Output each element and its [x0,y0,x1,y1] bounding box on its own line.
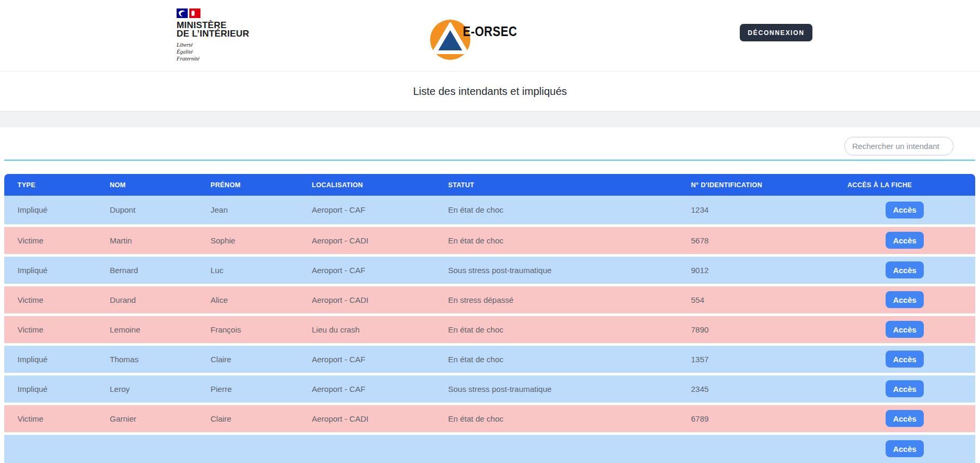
access-button[interactable]: Accès [886,321,924,338]
cell-id: 5678 [691,225,847,255]
cell-prenom: Claire [211,404,312,433]
cell-nom: Garnier [110,404,211,433]
column-header-access: ACCÈS À LA FICHE [847,174,975,196]
cell-prenom: Sophie [211,225,312,255]
access-button[interactable]: Accès [886,232,924,249]
table-row: Victime Durand Alice Aeroport - CADI En … [4,285,975,315]
access-button[interactable]: Accès [886,351,924,368]
cell-access: Accès [847,285,975,315]
column-header-type: TYPE [4,174,110,196]
cell-prenom: Luc [211,255,312,285]
cell-id: 6789 [691,404,847,433]
table-header: TYPE NOM PRÉNOM LOCALISATION STATUT N° D… [4,174,975,196]
cell-access: Accès [847,374,975,404]
table-row: Impliqué Dupont Jean Aeroport - CAF En é… [4,196,975,225]
cell-nom [110,433,211,463]
cell-type: Impliqué [4,374,110,404]
cell-type: Victime [4,315,110,344]
french-flag-icon [177,8,201,19]
cell-prenom: Jean [211,196,312,225]
cell-statut: En état de choc [448,344,691,374]
column-header-statut: STATUT [448,174,691,196]
cell-localisation: Aeroport - CAF [312,374,448,404]
cell-localisation: Aeroport - CADI [312,285,448,315]
ministry-name-line2: DE L’INTÉRIEUR [177,30,254,38]
column-header-id: N° D'IDENTIFICATION [691,174,847,196]
ministry-motto: Liberté Égalité Fraternité [177,41,254,62]
cell-localisation [312,433,448,463]
cell-id: 554 [691,285,847,315]
cell-statut: Sous stress post-traumatique [448,374,691,404]
cell-access: Accès [847,404,975,433]
cell-id: 1357 [691,344,847,374]
cell-access: Accès [847,196,975,225]
cell-nom: Martin [110,225,211,255]
cell-nom: Leroy [110,374,211,404]
ministry-name: MINISTÈRE DE L’INTÉRIEUR [177,21,254,38]
search-toolbar [0,127,980,160]
search-input[interactable] [844,137,953,155]
cell-id [691,433,847,463]
cell-prenom [211,433,312,463]
cell-localisation: Lieu du crash [312,315,448,344]
column-header-localisation: LOCALISATION [312,174,448,196]
ministry-brand-block: MINISTÈRE DE L’INTÉRIEUR Liberté Égalité… [177,8,254,62]
access-button[interactable]: Accès [886,440,924,457]
gray-divider-band [0,111,980,127]
cell-access: Accès [847,255,975,285]
cell-access: Accès [847,344,975,374]
table-row: Impliqué Bernard Luc Aeroport - CAF Sous… [4,255,975,285]
cell-statut [448,433,691,463]
cell-prenom: Alice [211,285,312,315]
cell-nom: Dupont [110,196,211,225]
cell-type: Victime [4,225,110,255]
access-button[interactable]: Accès [886,261,924,278]
page-title-bar: Liste des intendants et impliqués [0,72,980,111]
cell-localisation: Aeroport - CAF [312,196,448,225]
cell-type [4,433,110,463]
cell-nom: Bernard [110,255,211,285]
table-body: Impliqué Dupont Jean Aeroport - CAF En é… [4,196,975,463]
teal-divider-line [4,160,975,161]
cell-localisation: Aeroport - CADI [312,225,448,255]
cell-statut: En état de choc [448,404,691,433]
cell-nom: Thomas [110,344,211,374]
cell-localisation: Aeroport - CAF [312,344,448,374]
motto-fraternite: Fraternité [177,55,254,62]
table-row: Accès [4,433,975,463]
cell-statut: Sous stress post-traumatique [448,255,691,285]
cell-type: Victime [4,404,110,433]
app-header: MINISTÈRE DE L’INTÉRIEUR Liberté Égalité… [0,0,980,72]
cell-id: 2345 [691,374,847,404]
access-button[interactable]: Accès [886,380,924,397]
cell-nom: Lemoine [110,315,211,344]
access-button[interactable]: Accès [886,291,924,308]
access-button[interactable]: Accès [886,202,924,219]
cell-id: 7890 [691,315,847,344]
column-header-nom: NOM [110,174,211,196]
motto-liberte: Liberté [177,41,254,48]
cell-statut: En stress dépassé [448,285,691,315]
cell-type: Impliqué [4,255,110,285]
logout-button[interactable]: DÉCONNEXION [740,24,812,41]
cell-localisation: Aeroport - CAF [312,255,448,285]
cell-access: Accès [847,315,975,344]
access-button[interactable]: Accès [886,410,924,427]
table-row: Victime Lemoine François Lieu du crash E… [4,315,975,344]
page-title: Liste des intendants et impliqués [413,85,567,98]
cell-id: 1234 [691,196,847,225]
cell-localisation: Aeroport - CADI [312,404,448,433]
cell-statut: En état de choc [448,315,691,344]
cell-statut: En état de choc [448,196,691,225]
intendants-table: TYPE NOM PRÉNOM LOCALISATION STATUT N° D… [4,174,975,463]
table-row: Impliqué Thomas Claire Aeroport - CAF En… [4,344,975,374]
table-row: Victime Garnier Claire Aeroport - CADI E… [4,404,975,433]
motto-egalite: Égalité [177,48,254,55]
column-header-prenom: PRÉNOM [211,174,312,196]
cell-nom: Durand [110,285,211,315]
cell-prenom: Claire [211,344,312,374]
table-row: Victime Martin Sophie Aeroport - CADI En… [4,225,975,255]
cell-id: 9012 [691,255,847,285]
cell-prenom: Pierre [211,374,312,404]
app-title: E-ORSEC [463,23,517,40]
